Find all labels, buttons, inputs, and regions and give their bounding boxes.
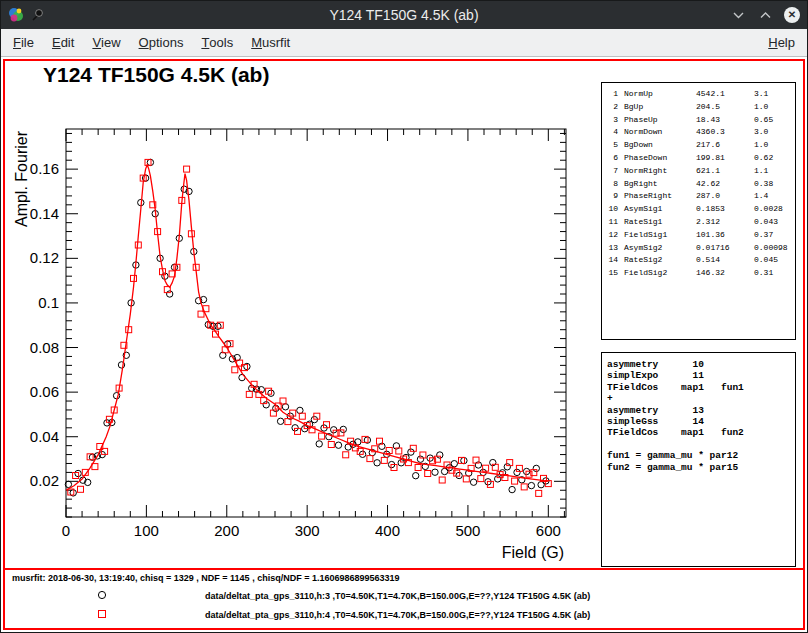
param-name: PhaseUp xyxy=(624,114,696,127)
menu-file[interactable]: File xyxy=(4,29,43,56)
param-val: 287.0 xyxy=(696,190,754,203)
param-row: 15FieldSig2146.320.31 xyxy=(606,267,791,280)
data-point-circle xyxy=(495,476,501,482)
param-val: 18.43 xyxy=(696,114,754,127)
theory-box[interactable]: asymmetry 10simplExpo 11TFieldCos map1 f… xyxy=(601,352,796,567)
param-err: 0.65 xyxy=(754,114,791,127)
param-row: 12FieldSig1101.360.37 xyxy=(606,229,791,242)
param-name: BgDown xyxy=(624,139,696,152)
plot-frame xyxy=(66,129,566,517)
param-err: 0.62 xyxy=(754,152,791,165)
minimize-button[interactable] xyxy=(730,7,746,23)
menu-musrfit[interactable]: Musrfit xyxy=(242,29,299,56)
param-row: 2BgUp204.51.0 xyxy=(606,101,791,114)
data-point-square xyxy=(131,275,137,281)
param-err: 1.4 xyxy=(754,190,791,203)
menu-options[interactable]: Options xyxy=(130,29,193,56)
param-val: 101.36 xyxy=(696,229,754,242)
fourier-plot[interactable]: 01002003004005006000.020.040.060.080.10.… xyxy=(5,61,605,561)
data-point-circle xyxy=(282,404,288,410)
x-tick-label: 600 xyxy=(536,522,561,539)
param-row: 5BgDown217.61.0 xyxy=(606,139,791,152)
menu-tools[interactable]: Tools xyxy=(192,29,242,56)
titlebar-left xyxy=(8,7,138,23)
maximize-button[interactable] xyxy=(757,7,773,23)
fit-stats: musrfit: 2018-06-30, 13:19:40, chisq = 1… xyxy=(12,573,399,583)
x-tick-label: 300 xyxy=(295,522,320,539)
param-val: 42.62 xyxy=(696,178,754,191)
param-name: PhaseRight xyxy=(624,190,696,203)
param-idx: 15 xyxy=(606,267,618,280)
param-val: 199.81 xyxy=(696,152,754,165)
data-point-circle xyxy=(417,456,423,462)
close-icon: ✕ xyxy=(788,10,796,20)
param-idx: 8 xyxy=(606,178,618,191)
param-row: 6PhaseDown199.810.62 xyxy=(606,152,791,165)
close-button[interactable]: ✕ xyxy=(784,7,800,23)
param-err: 1.0 xyxy=(754,139,791,152)
y-tick-label: 0.16 xyxy=(30,160,59,177)
param-val: 4542.1 xyxy=(696,88,754,101)
param-idx: 9 xyxy=(606,190,618,203)
data-point-square xyxy=(381,457,387,463)
data-point-square xyxy=(521,484,527,490)
main-pad[interactable]: Y124 TF150G 4.5K (ab) 010020030040050060… xyxy=(5,61,803,568)
chevron-down-icon xyxy=(733,12,744,19)
param-row: 1NormUp4542.13.1 xyxy=(606,88,791,101)
param-idx: 7 xyxy=(606,165,618,178)
data-point-square xyxy=(246,391,252,397)
app-icon xyxy=(8,7,24,23)
param-val: 4360.3 xyxy=(696,126,754,139)
param-val: 0.01716 xyxy=(696,242,754,255)
param-name: AsymSig1 xyxy=(624,203,696,216)
chevron-up-icon xyxy=(760,12,771,19)
data-point-circle xyxy=(268,390,274,396)
square-marker-icon xyxy=(97,609,107,619)
x-tick-label: 100 xyxy=(134,522,159,539)
param-idx: 14 xyxy=(606,254,618,267)
data-point-circle xyxy=(345,444,351,450)
data-point-circle xyxy=(528,482,534,488)
menu-view[interactable]: View xyxy=(83,29,129,56)
param-row: 8BgRight42.620.38 xyxy=(606,178,791,191)
theory-line: fun2 = gamma_mu * par15 xyxy=(607,462,790,473)
param-err: 1.0 xyxy=(754,101,791,114)
data-point-circle xyxy=(147,159,153,165)
canvas-workarea: Y124 TF150G 4.5K (ab) 010020030040050060… xyxy=(1,57,807,632)
data-point-circle xyxy=(273,405,279,411)
param-err: 0.045 xyxy=(754,254,791,267)
data-point-square xyxy=(232,367,238,373)
legend-pad[interactable]: musrfit: 2018-06-30, 13:19:40, chisq = 1… xyxy=(5,568,803,628)
data-point-square xyxy=(439,477,445,483)
menu-edit[interactable]: Edit xyxy=(43,29,83,56)
data-point-square xyxy=(184,166,190,172)
param-row: 10AsymSig10.18530.0028 xyxy=(606,203,791,216)
data-point-square xyxy=(319,433,325,439)
param-name: RateSig2 xyxy=(624,254,696,267)
fit-parameter-box[interactable]: 1NormUp4542.13.12BgUp204.51.03PhaseUp18.… xyxy=(601,82,796,340)
menu-help[interactable]: Help xyxy=(759,29,804,56)
param-row: 3PhaseUp18.430.65 xyxy=(606,114,791,127)
param-idx: 4 xyxy=(606,126,618,139)
param-val: 0.514 xyxy=(696,254,754,267)
data-point-square xyxy=(367,456,373,462)
root-canvas[interactable]: Y124 TF150G 4.5K (ab) 010020030040050060… xyxy=(3,59,805,630)
param-name: NormRight xyxy=(624,165,696,178)
param-name: FieldSig2 xyxy=(624,267,696,280)
pin-icon[interactable] xyxy=(31,8,43,22)
x-tick-label: 400 xyxy=(375,522,400,539)
y-tick-label: 0.12 xyxy=(30,249,59,266)
titlebar[interactable]: Y124 TF150G 4.5K (ab) ✕ xyxy=(1,1,807,29)
param-idx: 3 xyxy=(606,114,618,127)
param-name: PhaseDown xyxy=(624,152,696,165)
y-tick-label: 0.04 xyxy=(30,428,59,445)
param-name: NormDown xyxy=(624,126,696,139)
x-axis-title: Field (G) xyxy=(502,544,564,561)
legend-row-h4: data/deltat_pta_gps_3110,h:4 ,T0=4.50K,T… xyxy=(5,609,803,621)
param-val: 217.6 xyxy=(696,139,754,152)
param-name: NormUp xyxy=(624,88,696,101)
param-err: 0.00098 xyxy=(754,242,791,255)
data-point-circle xyxy=(167,291,173,297)
param-err: 0.38 xyxy=(754,178,791,191)
data-point-square xyxy=(78,486,84,492)
